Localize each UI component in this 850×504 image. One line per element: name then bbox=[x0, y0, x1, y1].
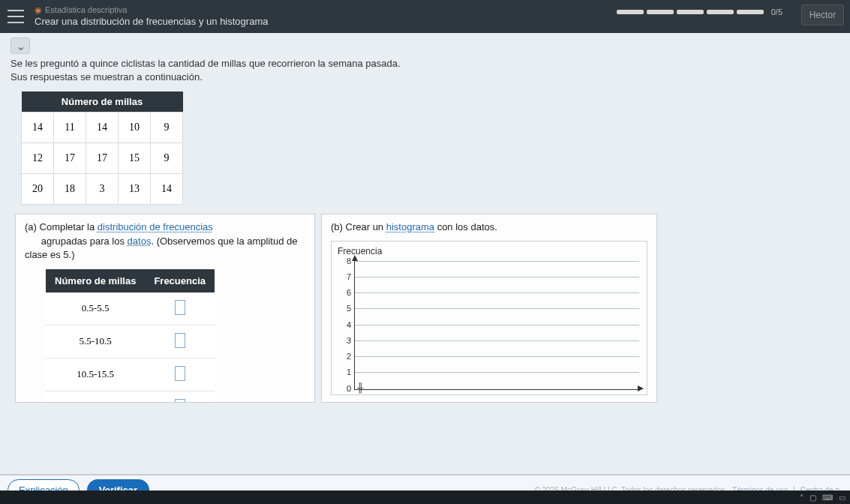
breadcrumb: ◉Estadística descriptiva bbox=[35, 4, 268, 15]
panel-b: (b) Crear un histograma con los datos. F… bbox=[321, 214, 657, 403]
y-tick-label: 0 bbox=[338, 384, 351, 393]
freq-col-class: Número de millas bbox=[46, 269, 145, 292]
os-taskbar: ˄ ▢ ⌨ ▭ bbox=[0, 490, 850, 504]
progress-seg bbox=[737, 10, 764, 14]
axis-break-icon: ╫ bbox=[357, 382, 362, 393]
gridline bbox=[355, 325, 639, 326]
progress-seg bbox=[617, 10, 644, 14]
gridline bbox=[355, 292, 639, 293]
gridline bbox=[355, 308, 639, 309]
tray-display-icon[interactable]: ▢ bbox=[809, 494, 816, 502]
histogram-ylabel: Frecuencia bbox=[338, 246, 641, 256]
y-tick-label: 1 bbox=[338, 368, 351, 376]
panel-a: (a) Completar la distribución de frecuen… bbox=[15, 214, 315, 403]
tray-up-icon[interactable]: ˄ bbox=[800, 494, 803, 502]
frequency-table: Número de millas Frecuencia 0.5-5.5 5.5-… bbox=[46, 269, 215, 403]
tray-battery-icon[interactable]: ▭ bbox=[839, 494, 845, 502]
table-row: 20 18 3 13 14 bbox=[22, 174, 183, 205]
histogram-plot[interactable] bbox=[354, 261, 639, 390]
gridline bbox=[355, 356, 639, 357]
y-tick-label: 2 bbox=[338, 352, 351, 361]
freq-row: 0.5-5.5 bbox=[46, 292, 215, 326]
intro-line2: Sus respuestas se muestran a continuació… bbox=[11, 70, 839, 84]
y-tick-label: 7 bbox=[338, 272, 351, 281]
collapse-button[interactable]: ⌄ bbox=[11, 38, 30, 54]
header-titles: ◉Estadística descriptiva Crear una distr… bbox=[35, 4, 268, 28]
y-axis-arrow-icon bbox=[352, 255, 358, 261]
x-axis-arrow-icon bbox=[638, 386, 644, 392]
menu-icon[interactable] bbox=[8, 10, 24, 23]
content-area: ⌄ Se les preguntó a quince ciclistas la … bbox=[0, 33, 850, 474]
intro-line1: Se les preguntó a quince ciclistas la ca… bbox=[11, 57, 839, 70]
chevron-down-icon: ⌄ bbox=[16, 39, 26, 53]
top-bar: ◉Estadística descriptiva Crear una distr… bbox=[0, 0, 850, 33]
question-intro: Se les preguntó a quince ciclistas la ca… bbox=[11, 57, 839, 84]
term-distribucion[interactable]: distribución de frecuencias bbox=[98, 221, 213, 232]
page-title: Crear una distribución de frecuencias y … bbox=[35, 16, 268, 28]
question-panels: (a) Completar la distribución de frecuen… bbox=[15, 214, 839, 403]
data-table: Número de millas 14 11 14 10 9 12 17 17 … bbox=[21, 92, 183, 205]
freq-input-3[interactable] bbox=[175, 366, 185, 381]
part-a-prompt: (a) Completar la distribución de frecuen… bbox=[25, 220, 305, 262]
freq-input-2[interactable] bbox=[175, 333, 185, 348]
freq-input-1[interactable] bbox=[175, 300, 185, 315]
freq-row: 5.5-10.5 bbox=[46, 325, 215, 358]
y-tick-label: 3 bbox=[338, 336, 351, 345]
user-button[interactable]: Hector bbox=[801, 4, 844, 26]
gridline bbox=[355, 340, 639, 341]
gridline bbox=[355, 372, 639, 373]
table-row: 14 11 14 10 9 bbox=[22, 112, 183, 143]
y-tick-label: 8 bbox=[338, 256, 351, 266]
y-tick-label: 6 bbox=[338, 288, 351, 297]
histogram-canvas[interactable]: Frecuencia ╫ 012345678 bbox=[331, 241, 647, 395]
term-datos[interactable]: datos bbox=[128, 236, 152, 247]
progress-indicator: 0/5 bbox=[617, 8, 782, 16]
tray-wifi-icon[interactable]: ⌨ bbox=[822, 494, 833, 502]
y-tick-label: 5 bbox=[338, 304, 351, 313]
progress-count: 0/5 bbox=[771, 8, 782, 16]
freq-input-4[interactable] bbox=[175, 399, 185, 403]
progress-seg bbox=[677, 10, 704, 14]
data-table-header: Número de millas bbox=[22, 92, 183, 112]
progress-seg bbox=[647, 10, 674, 14]
freq-row: 15.5-20.5 bbox=[46, 391, 215, 403]
part-b-prompt: (b) Crear un histograma con los datos. bbox=[331, 220, 647, 234]
gridline bbox=[355, 277, 639, 278]
table-row: 12 17 17 15 9 bbox=[22, 143, 183, 174]
freq-row: 10.5-15.5 bbox=[46, 358, 215, 391]
y-tick-label: 4 bbox=[338, 320, 351, 329]
gridline bbox=[355, 261, 639, 262]
term-histograma[interactable]: histograma bbox=[386, 221, 434, 232]
progress-seg bbox=[707, 10, 734, 14]
freq-col-freq: Frecuencia bbox=[145, 269, 215, 292]
